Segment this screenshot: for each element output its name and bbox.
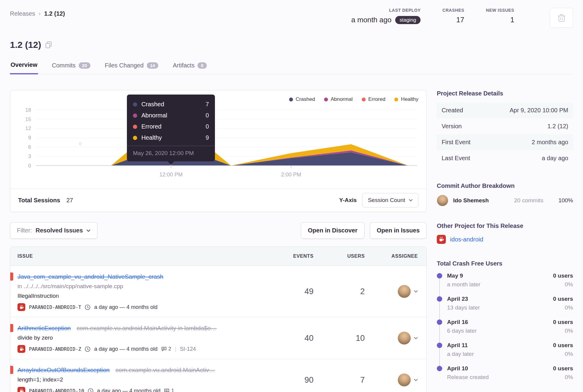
detail-row-version: Version 1.2 (12) (437, 118, 573, 134)
clock-icon (85, 304, 90, 310)
commit-author-row: Ido Shemesh 20 commits 100% (437, 195, 573, 206)
issue-events-count: 90 (271, 375, 314, 385)
avatar (437, 195, 448, 206)
project-slug[interactable]: PARANOID-ANDROID-Z (29, 346, 81, 352)
tooltip-row-healthy: Healthy9 (133, 132, 209, 143)
author-name: Ido Shemesh (453, 197, 509, 204)
chevron-down-icon (409, 199, 413, 201)
assignee-dropdown[interactable] (365, 285, 419, 298)
entry-note: a month later (447, 281, 553, 288)
issue-title-link[interactable]: ArithmeticException (17, 325, 71, 331)
timeline-dot-icon (437, 273, 442, 278)
comments-count[interactable]: 2 (161, 346, 171, 352)
entry-date: April 23 (447, 296, 553, 302)
new-issues-value: 1 (486, 16, 514, 24)
stat-crashes: CRASHES 17 (442, 8, 464, 24)
y-axis-select[interactable]: Session Count (362, 193, 418, 207)
issue-culprit: length=1; index=2 (17, 375, 271, 384)
assignee-dropdown[interactable] (365, 331, 419, 345)
page-header: Releases › 1.2 (12) LAST DEPLOY a month … (0, 0, 583, 74)
crashes-label: CRASHES (442, 8, 464, 13)
svg-text:3: 3 (28, 154, 31, 159)
breadcrumb: Releases › 1.2 (12) (10, 8, 65, 17)
commits-count-badge: 20 (79, 62, 90, 69)
series-dot-icon (133, 136, 137, 140)
series-dot-icon (133, 114, 137, 118)
sessions-chart-card: CrashedAbnormalErroredHealthy 0 03691215… (10, 90, 427, 212)
timeline-dot-icon (437, 343, 442, 348)
y-axis-label: Y-Axis (339, 197, 357, 204)
column-issue: ISSUE (17, 254, 271, 259)
delete-release-button[interactable] (550, 8, 573, 28)
legend-dot-icon (324, 98, 328, 101)
open-in-discover-button[interactable]: Open in Discover (301, 222, 364, 239)
table-row: Java_com_example_vu_android_NativeSample… (10, 266, 426, 317)
project-slug[interactable]: PARANOID-ANDROID-T (29, 304, 81, 310)
series-dot-icon (133, 125, 137, 129)
crash-free-entry: April 166 days later0 users0% (437, 319, 573, 334)
last-deploy-value: a month ago (351, 16, 391, 24)
crashes-value: 17 (442, 16, 464, 24)
total-sessions-value: 27 (66, 197, 73, 204)
entry-percent: 0% (553, 304, 573, 311)
crash-free-entry: April 11a day later0 users0% (437, 342, 573, 357)
java-project-icon (17, 345, 25, 353)
other-project-link[interactable]: idos-android (450, 236, 483, 243)
timeline-connector (439, 300, 440, 321)
entry-note: Release created (447, 374, 553, 381)
chevron-down-icon (87, 229, 90, 232)
copy-icon[interactable] (45, 41, 52, 48)
open-in-issues-button[interactable]: Open in Issues (370, 222, 427, 239)
trash-icon (558, 14, 566, 22)
entry-users: 0 users (553, 365, 573, 372)
legend-item-crashed[interactable]: Crashed (289, 96, 315, 102)
legend-dot-icon (394, 98, 398, 101)
tab-files-changed[interactable]: Files Changed 14 (104, 59, 159, 74)
legend-item-errored[interactable]: Errored (362, 96, 386, 102)
timeline-connector (439, 277, 440, 298)
entry-percent: 0% (553, 328, 573, 334)
svg-text:2:00 PM: 2:00 PM (281, 172, 301, 178)
avatar (398, 331, 411, 345)
breadcrumb-releases-link[interactable]: Releases (10, 10, 35, 17)
issue-title-link[interactable]: Java_com_example_vu_android_NativeSample… (17, 273, 163, 280)
entry-note: 6 days later (447, 328, 553, 334)
column-assignee: ASSIGNEE (365, 254, 419, 259)
assignee-dropdown[interactable] (365, 373, 419, 387)
issues-table-header: ISSUE EVENTS USERS ASSIGNEE (10, 247, 426, 266)
meta-divider: | (175, 346, 176, 352)
entry-percent: 0% (553, 351, 573, 357)
commit-author-breakdown-section: Commit Author Breakdown Ido Shemesh 20 c… (437, 182, 573, 206)
timeline-dot-icon (437, 296, 442, 302)
section-heading: Total Crash Free Users (437, 260, 573, 267)
java-project-icon (17, 303, 25, 311)
timeline-dot-icon (437, 319, 442, 325)
issues-filter-dropdown[interactable]: Filter: Resolved Issues (10, 222, 97, 239)
entry-date: April 10 (447, 365, 553, 372)
section-heading: Commit Author Breakdown (437, 182, 573, 189)
issue-short-id: SI-124 (180, 346, 196, 352)
issue-title-link[interactable]: ArrayIndexOutOfBoundsException (17, 367, 110, 373)
legend-dot-icon (289, 98, 293, 101)
tab-overview[interactable]: Overview (10, 59, 38, 74)
clock-icon (88, 388, 93, 392)
legend-item-abnormal[interactable]: Abnormal (324, 96, 353, 102)
comments-count[interactable]: 1 (164, 388, 174, 392)
project-release-details-section: Project Release Details Created Apr 9, 2… (437, 90, 573, 166)
sessions-chart[interactable]: CrashedAbnormalErroredHealthy 0 03691215… (10, 90, 426, 188)
svg-text:15: 15 (25, 117, 31, 122)
issue-subtitle: com.example.vu.android.MainActiv… (115, 367, 215, 373)
legend-item-healthy[interactable]: Healthy (394, 96, 418, 102)
java-project-icon (437, 235, 446, 244)
other-project-section: Other Project for This Release idos-andr… (437, 222, 573, 244)
crash-free-entry: April 10Release created0 users0% (437, 365, 573, 381)
tab-commits[interactable]: Commits 20 (51, 59, 91, 74)
comment-icon (161, 347, 167, 351)
issue-events-count: 49 (271, 287, 314, 296)
project-slug[interactable]: PARANOID-ANDROID-10 (29, 388, 84, 392)
avatar (398, 285, 411, 298)
tab-artifacts[interactable]: Artifacts 0 (172, 59, 207, 74)
total-sessions-label: Total Sessions (18, 197, 60, 204)
clock-icon (85, 346, 90, 352)
column-users: USERS (314, 254, 365, 259)
